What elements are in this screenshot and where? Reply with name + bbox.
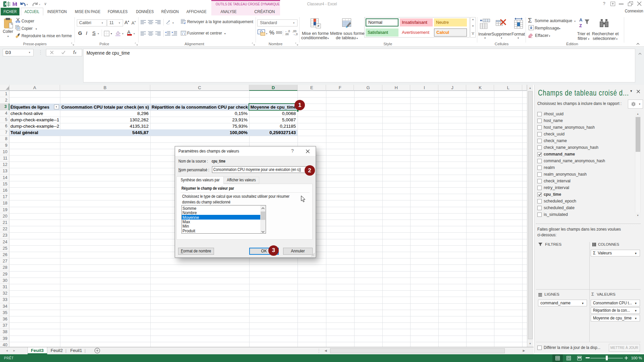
svg-text:X: X	[4, 2, 7, 6]
svg-text:≠: ≠	[317, 24, 319, 28]
